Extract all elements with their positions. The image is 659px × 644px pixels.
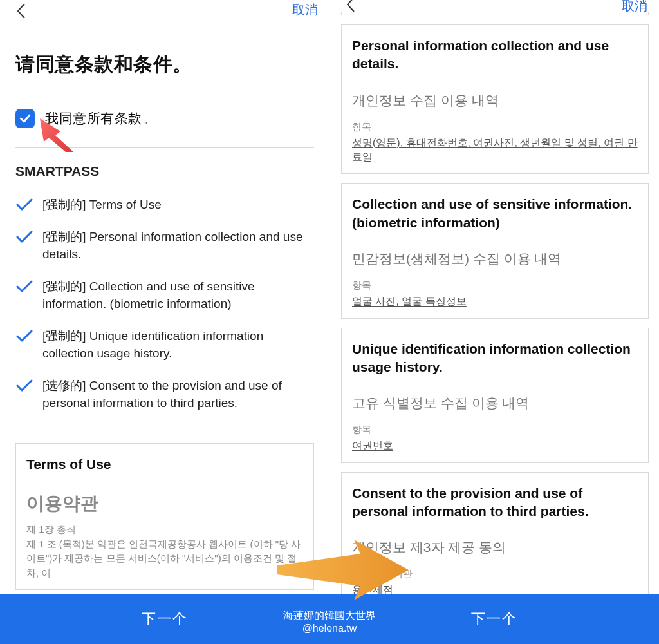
check-icon <box>15 328 33 344</box>
check-icon <box>15 197 33 213</box>
info-card[interactable]: Personal information collection and use … <box>341 24 649 174</box>
watermark-line1: 海蓮娜的韓國大世界 <box>283 610 376 621</box>
card-title: Collection and use of sensitive informat… <box>352 195 638 232</box>
terms-card[interactable]: Terms of Use 이용약관 제 1장 총칙 제 1 조 (목적)본 약관… <box>15 443 314 590</box>
card-edge <box>341 12 649 15</box>
card-field-label: 항목 <box>352 424 638 436</box>
term-item[interactable]: [选修的] Consent to the provision and use o… <box>15 377 314 412</box>
next-button-left[interactable]: 下一个 <box>0 609 330 629</box>
term-text: [强制的] Collection and use of sensitive in… <box>42 278 314 313</box>
chevron-left-icon <box>16 3 26 19</box>
card-field-label: 항목 <box>352 121 638 133</box>
check-icon <box>15 279 33 294</box>
card-title: Personal information collection and use … <box>352 37 638 73</box>
card-field-label: 항목 <box>352 279 638 292</box>
term-item[interactable]: [强制的] Collection and use of sensitive in… <box>15 278 314 313</box>
term-item[interactable]: [强制的] Terms of Use <box>15 196 314 214</box>
info-card[interactable]: Unique identification information collec… <box>341 328 649 463</box>
page-title: 请同意条款和条件。 <box>15 52 314 78</box>
card-korean-body: 제 1장 총칙 제 1 조 (목적)본 약관은 인천국제공항공사 웹사이트 (이… <box>26 522 303 580</box>
term-item[interactable]: [强制的] Unique identification information … <box>15 327 314 363</box>
check-icon <box>15 229 33 245</box>
section-heading: SMARTPASS <box>15 164 314 179</box>
card-title: Unique identification information collec… <box>352 340 638 377</box>
card-field-label: 제공받는 기관 <box>352 568 638 580</box>
back-button[interactable] <box>342 0 359 13</box>
info-card[interactable]: Consent to the provision and use of pers… <box>341 472 649 607</box>
term-text: [选修的] Consent to the provision and use o… <box>42 377 314 412</box>
cancel-button-left[interactable]: 取消 <box>292 0 318 19</box>
card-title: Terms of Use <box>26 455 303 473</box>
term-item[interactable]: [强制的] Personal information collection an… <box>15 228 314 263</box>
next-button-right[interactable]: 下一个 <box>330 609 659 629</box>
card-detail-link[interactable]: 얼굴 사진, 얼굴 특징정보 <box>352 294 638 308</box>
divider <box>15 147 314 148</box>
card-detail-link[interactable]: 여권번호 <box>352 439 638 453</box>
card-subtitle: 개인정보 제3자 제공 동의 <box>352 538 638 556</box>
term-text: [强制的] Unique identification information … <box>42 327 314 363</box>
agree-all-label: 我同意所有条款。 <box>45 109 156 128</box>
info-card[interactable]: Collection and use of sensitive informat… <box>341 183 649 318</box>
check-icon <box>15 378 33 393</box>
term-text: [强制的] Terms of Use <box>42 196 167 214</box>
watermark: 海蓮娜的韓國大世界 @helena.tw <box>283 609 376 635</box>
card-korean-title: 이용약관 <box>26 491 303 516</box>
card-subtitle: 고유 식별정보 수집 이용 내역 <box>352 394 638 412</box>
chevron-left-icon <box>346 0 356 13</box>
card-subtitle: 민감정보(생체정보) 수집 이용 내역 <box>352 250 638 268</box>
card-subtitle: 개인정보 수집 이용 내역 <box>352 91 638 109</box>
card-title: Consent to the provision and use of pers… <box>352 484 638 521</box>
back-button[interactable] <box>13 3 30 19</box>
terms-list: [强制的] Terms of Use [强制的] Personal inform… <box>15 196 314 412</box>
card-detail-link[interactable]: 성명(영문), 휴대전화번호, 여권사진, 생년월일 및 성별, 여권 만료일 <box>352 136 638 165</box>
watermark-line2: @helena.tw <box>302 623 357 634</box>
term-text: [强制的] Personal information collection an… <box>42 228 314 263</box>
agree-all-checkbox[interactable] <box>15 109 35 128</box>
check-icon <box>19 112 32 125</box>
